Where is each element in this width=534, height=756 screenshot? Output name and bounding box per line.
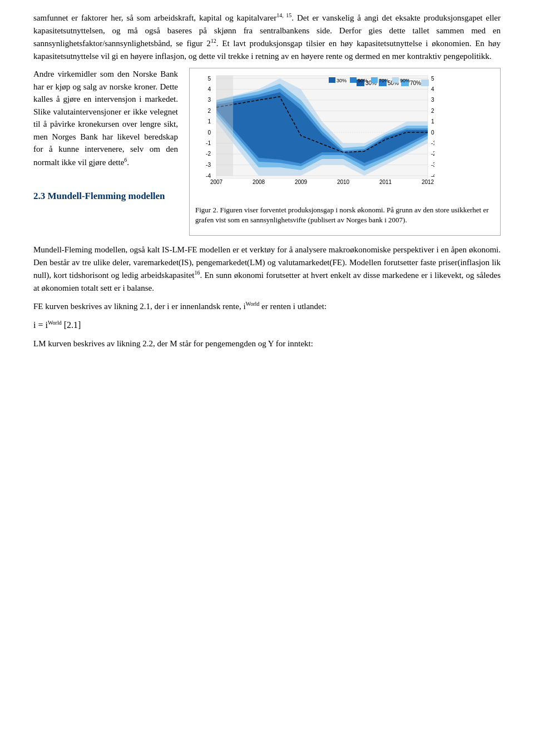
mf-sup1: 16: [194, 270, 200, 276]
mundell-fleming-intro: Mundell-Fleming modellen, også kalt IS-L…: [33, 243, 501, 294]
two-col-section: Andre virkemidler som den Norske Bank ha…: [33, 68, 501, 236]
intro-sup1: 14, 15: [276, 12, 291, 18]
left-col-text1: Andre virkemidler som den Norske Bank ha…: [33, 69, 178, 167]
svg-text:3: 3: [431, 97, 434, 103]
svg-text:4: 4: [207, 86, 211, 92]
svg-text:-2: -2: [431, 151, 434, 157]
svg-rect-42: [216, 76, 233, 176]
svg-text:70%: 70%: [379, 78, 389, 83]
left-col-paragraph: Andre virkemidler som den Norske Bank ha…: [33, 68, 178, 168]
chart-caption: Figur 2. Figuren viser forventet produks…: [195, 205, 495, 225]
right-column: 30% 50% 70% 5 4: [189, 68, 501, 236]
svg-text:2012: 2012: [422, 179, 434, 185]
svg-text:2011: 2011: [379, 179, 392, 185]
fe-curve-description: FE kurven beskrives av likning 2.1, der …: [33, 300, 501, 313]
svg-text:70%: 70%: [410, 80, 421, 86]
left-column: Andre virkemidler som den Norske Bank ha…: [33, 68, 178, 236]
svg-text:0: 0: [431, 130, 434, 136]
fe-text2: er renten i utlandet:: [259, 302, 327, 311]
section-heading: 2.3 Mundell-Flemming modellen: [33, 189, 178, 203]
svg-rect-49: [329, 77, 335, 83]
intro-text-1: samfunnet er faktorer her, så som arbeid…: [33, 13, 276, 22]
lm-curve-description: LM kurven beskrives av likning 2.2, der …: [33, 337, 501, 350]
svg-text:2: 2: [431, 108, 434, 114]
svg-text:0: 0: [207, 130, 211, 136]
svg-text:2009: 2009: [295, 179, 308, 185]
intro-sup2: 12: [211, 38, 216, 44]
eq-bracket: [2.1]: [62, 320, 81, 330]
svg-text:50%: 50%: [358, 78, 368, 83]
fan-chart: 30% 50% 70% 5 4: [195, 73, 434, 201]
svg-text:2007: 2007: [210, 179, 223, 185]
svg-text:5: 5: [207, 76, 211, 82]
intro-paragraph: samfunnet er faktorer her, så som arbeid…: [33, 11, 501, 62]
svg-text:90%: 90%: [400, 78, 410, 83]
eq-text: i = i: [33, 320, 48, 330]
svg-text:30%: 30%: [337, 78, 347, 83]
svg-text:2008: 2008: [253, 179, 265, 185]
svg-text:-3: -3: [206, 162, 211, 168]
svg-text:5: 5: [431, 76, 434, 82]
svg-rect-7: [421, 79, 429, 86]
eq-sup: World: [48, 320, 62, 326]
svg-text:3: 3: [207, 97, 211, 103]
svg-text:-2: -2: [206, 151, 211, 157]
svg-text:-1: -1: [431, 140, 434, 146]
fe-text1: FE kurven beskrives av likning 2.1, der …: [33, 302, 246, 311]
left-col-text2: .: [127, 158, 129, 167]
equation-2-1: i = iWorld [2.1]: [33, 319, 501, 332]
svg-text:1: 1: [207, 118, 211, 125]
svg-text:2: 2: [207, 108, 211, 114]
svg-text:2010: 2010: [337, 179, 350, 185]
svg-text:1: 1: [431, 118, 434, 125]
svg-rect-51: [350, 77, 357, 83]
svg-text:-3: -3: [431, 162, 434, 168]
page-content: samfunnet er faktorer her, så som arbeid…: [33, 11, 501, 350]
fe-sup1: World: [246, 301, 260, 307]
svg-text:-4: -4: [206, 173, 211, 179]
bottom-section: Mundell-Fleming modellen, også kalt IS-L…: [33, 243, 501, 350]
svg-text:4: 4: [431, 86, 434, 92]
chart-box: 30% 50% 70% 5 4: [189, 68, 501, 236]
svg-text:-1: -1: [206, 140, 211, 146]
svg-rect-55: [392, 77, 399, 83]
svg-text:-4: -4: [431, 173, 434, 179]
svg-rect-53: [371, 77, 378, 83]
